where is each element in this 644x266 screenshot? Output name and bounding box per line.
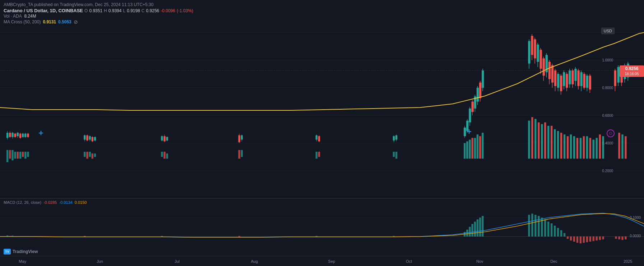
- svg-rect-25: [241, 150, 243, 157]
- svg-rect-217: [580, 237, 582, 243]
- chart-header: AMBCrypto_TA published on TradingView.co…: [0, 0, 644, 26]
- x-label-jun: Jun: [97, 259, 103, 263]
- svg-rect-35: [477, 134, 478, 159]
- svg-rect-172: [614, 70, 616, 86]
- svg-rect-63: [621, 134, 623, 159]
- svg-rect-62: [618, 133, 620, 159]
- svg-rect-68: [9, 133, 11, 137]
- svg-rect-58: [593, 139, 594, 159]
- macd-chart-wrapper: MACD (12, 26, close) -0.0285 -0.0134 0.0…: [0, 198, 644, 256]
- svg-rect-196: [471, 224, 473, 237]
- svg-rect-64: [625, 136, 626, 159]
- svg-rect-108: [393, 136, 395, 141]
- y-label-1000: 1.0000: [602, 58, 613, 62]
- svg-rect-118: [471, 102, 473, 112]
- svg-rect-223: [599, 237, 601, 240]
- svg-rect-76: [19, 134, 21, 138]
- svg-rect-40: [534, 119, 536, 159]
- svg-rect-21: [161, 152, 163, 157]
- svg-rect-228: [625, 237, 626, 239]
- svg-text:TV: TV: [5, 250, 9, 253]
- chart-area: 0.9256 18:16:05 1.2000 1.0000 0.8000 0.6…: [0, 26, 644, 266]
- y-label-0200: 0.2000: [602, 169, 613, 173]
- svg-rect-207: [547, 222, 549, 237]
- svg-rect-190: [238, 236, 240, 237]
- x-label-may: May: [19, 259, 26, 263]
- svg-rect-78: [22, 134, 24, 137]
- circle-indicator: [607, 129, 615, 137]
- x-label-jul: Jul: [175, 259, 180, 263]
- svg-rect-128: [528, 41, 530, 64]
- svg-rect-29: [395, 152, 397, 159]
- charts-wrapper: 0.9256 18:16:05 1.2000 1.0000 0.8000 0.6…: [0, 26, 644, 266]
- x-label-aug: Aug: [251, 259, 258, 263]
- svg-rect-126: [482, 70, 484, 88]
- currency-badge: USD: [601, 28, 615, 34]
- svg-rect-49: [564, 134, 565, 159]
- l-label: L: [123, 8, 125, 13]
- svg-rect-156: [569, 70, 571, 84]
- svg-rect-37: [482, 133, 483, 159]
- l-value: 0.9198: [127, 8, 140, 13]
- svg-rect-16: [84, 152, 85, 157]
- svg-rect-27: [318, 152, 320, 157]
- change-value: -0.0096: [161, 8, 175, 13]
- svg-rect-110: [395, 135, 397, 139]
- svg-rect-41: [538, 122, 539, 159]
- svg-rect-38: [528, 121, 530, 159]
- svg-rect-32: [469, 139, 471, 159]
- svg-rect-94: [161, 136, 163, 141]
- svg-rect-61: [602, 136, 604, 159]
- svg-rect-138: [543, 58, 545, 75]
- svg-rect-44: [547, 126, 549, 159]
- svg-rect-214: [570, 237, 572, 240]
- svg-rect-212: [564, 233, 565, 237]
- svg-rect-112: [464, 128, 466, 136]
- svg-rect-104: [316, 135, 318, 139]
- svg-rect-84: [84, 135, 85, 139]
- svg-rect-88: [89, 136, 91, 140]
- tradingview-logo: TV TradingView: [4, 249, 38, 254]
- svg-rect-152: [563, 72, 565, 86]
- ohlc-bar: Cardano / US Dollar, 1D, COINBASE O 0.93…: [4, 8, 640, 13]
- o-label: O: [84, 8, 88, 13]
- svg-rect-70: [11, 133, 13, 137]
- ma-settings-icon[interactable]: ⊘: [74, 19, 78, 25]
- svg-rect-204: [538, 216, 539, 237]
- svg-rect-22: [163, 152, 165, 159]
- svg-rect-136: [540, 50, 542, 69]
- svg-rect-116: [469, 109, 471, 122]
- svg-rect-148: [557, 74, 559, 88]
- svg-rect-10: [14, 152, 16, 159]
- svg-rect-197: [474, 222, 476, 237]
- svg-rect-146: [554, 70, 556, 86]
- current-price-label: 0.9256 18:16:05: [620, 65, 644, 77]
- svg-rect-7: [6, 150, 8, 162]
- macd-chart-svg: 0.1000 0.0000: [0, 199, 644, 256]
- svg-rect-66: [6, 133, 8, 138]
- svg-rect-144: [551, 65, 553, 83]
- svg-rect-47: [557, 131, 559, 159]
- svg-rect-59: [596, 138, 598, 159]
- svg-rect-19: [92, 153, 93, 159]
- svg-rect-54: [580, 138, 582, 159]
- ma-cross-marker-2: [467, 129, 471, 134]
- h-value: 0.9394: [108, 8, 122, 13]
- svg-rect-209: [554, 226, 556, 237]
- vol-value: 8.24M: [24, 14, 36, 19]
- svg-rect-158: [571, 70, 574, 84]
- svg-rect-130: [531, 36, 533, 55]
- svg-rect-200: [482, 216, 483, 237]
- svg-rect-33: [471, 138, 473, 159]
- svg-rect-28: [393, 152, 395, 157]
- svg-rect-90: [92, 137, 93, 141]
- ma-label: MA Cross (50, 200): [4, 19, 41, 24]
- svg-rect-15: [27, 152, 29, 157]
- svg-rect-13: [22, 152, 24, 157]
- o-value: 0.9351: [89, 8, 102, 13]
- svg-rect-198: [477, 219, 478, 237]
- h-label: H: [104, 8, 107, 13]
- svg-rect-26: [316, 152, 318, 159]
- svg-rect-17: [86, 152, 88, 159]
- y-label-0800: 0.8000: [602, 86, 613, 90]
